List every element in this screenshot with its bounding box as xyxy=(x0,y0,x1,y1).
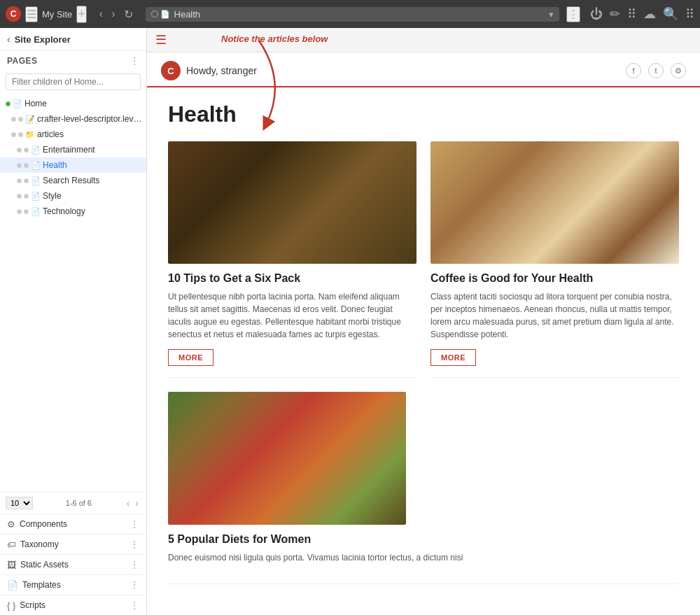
nav-forward-button[interactable]: › xyxy=(108,6,118,22)
article-more-button[interactable]: MORE xyxy=(168,349,214,366)
topbar-grid-button[interactable]: ⠿ xyxy=(627,6,636,22)
article-wide-title: 5 Popular Diets for Women xyxy=(168,533,679,546)
topbar-address-icons: 📄 xyxy=(151,10,170,19)
sidebar-tree-item-entertainment[interactable]: 📄Entertainment xyxy=(0,142,146,157)
sidebar-search-input[interactable] xyxy=(6,73,141,90)
topbar-add-button[interactable]: + xyxy=(76,6,87,23)
sidebar-tree-item-search[interactable]: 📄Search Results xyxy=(0,173,146,188)
sidebar-tree: 📄Home📝crafter-level-descriptor.level.xml… xyxy=(0,93,146,492)
preview-toolbar: ☰ xyxy=(147,28,700,52)
topbar-search-button[interactable]: 🔍 xyxy=(663,6,678,22)
articles-grid: 10 Tips to Get a Six PackUt pellentesque… xyxy=(168,141,679,378)
tree-status-dot xyxy=(17,148,22,153)
pagination-next-button[interactable]: › xyxy=(133,497,141,509)
sidebar-section-left: ⚙Components xyxy=(7,519,67,530)
topbar-cloud-button[interactable]: ☁ xyxy=(643,6,656,22)
sidebar-tree-item-crafter[interactable]: 📝crafter-level-descriptor.level.xml xyxy=(0,111,146,127)
preview-settings-icon[interactable]: ⚙ xyxy=(671,63,686,78)
tree-status-dot2 xyxy=(18,117,23,122)
article-body-text: Ut pellentesque nibh porta lacinia porta… xyxy=(168,290,416,341)
tree-item-label: crafter-level-descriptor.level.xml xyxy=(37,114,142,124)
article-card-sixpack: 10 Tips to Get a Six PackUt pellentesque… xyxy=(168,141,416,378)
topbar-more-button[interactable]: ⋮ xyxy=(566,6,580,22)
preview-twitter-icon[interactable]: t xyxy=(648,63,664,78)
sidebar-tree-item-technology[interactable]: 📄Technology xyxy=(0,204,146,219)
sidebar-pages-more[interactable]: ⋮ xyxy=(130,55,139,66)
sidebar-static-assets-more[interactable]: ⋮ xyxy=(130,559,139,570)
sidebar-tree-item-style[interactable]: 📄Style xyxy=(0,188,146,204)
topbar-power-button[interactable]: ⏻ xyxy=(590,7,603,22)
tree-file-icon: 📁 xyxy=(25,130,35,139)
nav-back-button[interactable]: ‹ xyxy=(97,6,106,22)
sidebar-sections: ⚙Components⋮🏷Taxonomy⋮🖼Static Assets⋮📄Te… xyxy=(0,514,146,615)
tree-status-dot xyxy=(17,209,22,214)
article-body-text: Class aptent taciti sociosqu ad litora t… xyxy=(430,290,679,341)
sidebar-section-left: 🖼Static Assets xyxy=(7,560,69,570)
content-area: Notice the articles below ☰ C Howdy, str… xyxy=(147,28,700,615)
sidebar-static-assets-icon: 🖼 xyxy=(7,560,16,570)
sidebar-components-icon: ⚙ xyxy=(7,519,15,530)
sidebar-search xyxy=(0,71,146,93)
article-wide: 5 Popular Diets for WomenDonec euismod n… xyxy=(168,392,679,584)
pagination-per-page-select[interactable]: 10 25 50 xyxy=(6,497,33,509)
preview-logo-area: C Howdy, stranger xyxy=(161,61,257,80)
sidebar-taxonomy-icon: 🏷 xyxy=(7,539,16,550)
sidebar-templates-more[interactable]: ⋮ xyxy=(130,579,139,591)
preview-main: Health 10 Tips to Get a Six PackUt pelle… xyxy=(147,87,700,605)
topbar-left: C ☰ My Site + xyxy=(6,6,87,23)
article-more-button[interactable]: MORE xyxy=(430,349,476,366)
preview-site-header: C Howdy, stranger f t ⚙ xyxy=(147,52,700,87)
tree-status-dot2 xyxy=(24,163,29,168)
preview-facebook-icon[interactable]: f xyxy=(626,63,641,78)
article-wide-image xyxy=(168,392,406,525)
tree-file-icon: 📄 xyxy=(31,176,41,185)
preview-greeting: Howdy, stranger xyxy=(186,65,257,76)
preview-hamburger-button[interactable]: ☰ xyxy=(155,32,167,48)
sidebar-components-label: Components xyxy=(20,519,67,529)
sidebar-scripts-icon: { } xyxy=(7,600,15,611)
sidebar-back-button[interactable]: ‹ xyxy=(7,34,10,45)
topbar-address-bar[interactable]: 📄 Health ▾ xyxy=(146,7,559,22)
sidebar-section-static-assets[interactable]: 🖼Static Assets⋮ xyxy=(0,554,146,574)
topbar-edit-button[interactable]: ✏ xyxy=(610,6,620,22)
tree-status-dot xyxy=(11,132,16,137)
article-wide-body-text: Donec euismod nisi ligula quis porta. Vi… xyxy=(168,551,679,564)
tree-file-icon: 📄 xyxy=(13,99,22,108)
topbar-logo: C xyxy=(6,6,21,22)
preview-page-title: Health xyxy=(168,101,679,127)
sidebar-pages-header: Pages ⋮ xyxy=(0,51,146,71)
sidebar-templates-label: Templates xyxy=(22,580,61,590)
tree-file-icon: 📄 xyxy=(31,146,41,155)
topbar: C ☰ My Site + ‹ › ↻ 📄 Health ▾ ⋮ ⏻ ✏ ⠿ ☁… xyxy=(0,0,700,28)
pagination-prev-button[interactable]: ‹ xyxy=(125,497,132,509)
sidebar-title: Site Explorer xyxy=(15,34,71,45)
article-image xyxy=(168,141,416,264)
topbar-hamburger-button[interactable]: ☰ xyxy=(25,6,38,22)
tree-file-icon: 📄 xyxy=(31,207,41,216)
sidebar-section-taxonomy[interactable]: 🏷Taxonomy⋮ xyxy=(0,534,146,554)
sidebar-tree-item-articles[interactable]: 📁articles xyxy=(0,127,146,142)
sidebar-static-assets-label: Static Assets xyxy=(20,560,69,570)
sidebar-components-more[interactable]: ⋮ xyxy=(130,518,139,530)
article-image xyxy=(430,141,679,264)
sidebar-tree-item-home[interactable]: 📄Home xyxy=(0,96,146,111)
sidebar-header: ‹ Site Explorer xyxy=(0,28,146,51)
main-layout: ‹ Site Explorer Pages ⋮ 📄Home📝crafter-le… xyxy=(0,28,700,615)
topbar-nav: ‹ › ↻ xyxy=(97,6,136,22)
sidebar-section-left: 📄Templates xyxy=(7,580,61,591)
topbar-apps-button[interactable]: ⠿ xyxy=(685,6,694,22)
nav-refresh-button[interactable]: ↻ xyxy=(121,6,136,22)
topbar-site-name: My Site xyxy=(42,9,72,20)
tree-item-label: Entertainment xyxy=(43,145,142,155)
tree-status-dot2 xyxy=(18,132,23,137)
sidebar-pagination: 10 25 50 1-6 of 6 ‹ › xyxy=(0,492,146,514)
tree-status-dot xyxy=(17,178,22,183)
sidebar-section-templates[interactable]: 📄Templates⋮ xyxy=(0,574,146,595)
sidebar-section-scripts[interactable]: { }Scripts⋮ xyxy=(0,595,146,615)
sidebar-section-left: 🏷Taxonomy xyxy=(7,539,59,550)
sidebar-section-components[interactable]: ⚙Components⋮ xyxy=(0,514,146,534)
sidebar-taxonomy-label: Taxonomy xyxy=(20,539,59,549)
sidebar-taxonomy-more[interactable]: ⋮ xyxy=(130,539,139,550)
sidebar-scripts-more[interactable]: ⋮ xyxy=(130,600,139,611)
sidebar-tree-item-health[interactable]: 📄Health xyxy=(0,157,146,173)
